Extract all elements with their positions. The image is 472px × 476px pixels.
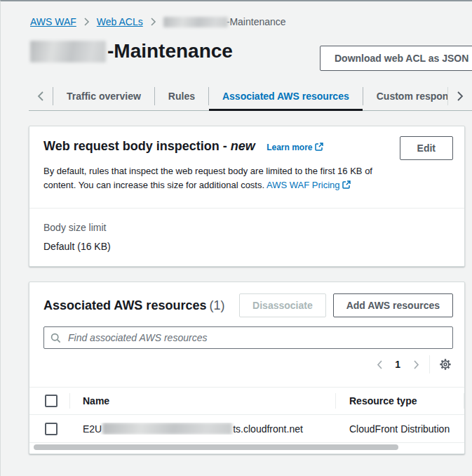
new-badge: new [231,139,255,153]
column-header-name[interactable]: Name [70,395,335,406]
body-size-limit-label: Body size limit [43,221,450,234]
tab-associated-aws-resources[interactable]: Associated AWS resources [209,81,363,111]
resource-type-cell: CloudFront Distribution [336,423,464,435]
resource-name-prefix: E2U [83,423,102,435]
resource-search [43,326,453,349]
select-all-checkbox[interactable] [45,395,58,407]
external-link-icon [315,143,323,151]
resource-name-suffix: ts.cloudfront.net [233,423,303,435]
associated-resources-title-text: Associated AWS resources [43,298,206,312]
search-icon [50,333,61,343]
breadcrumb-current: -Maintenance [163,15,286,28]
breadcrumb-aws-waf-link[interactable]: AWS WAF [30,15,76,28]
redacted-acl-name [163,17,228,27]
chevron-right-icon [150,18,156,26]
row-select-cell [29,423,69,435]
web-request-body-inspection-card: Web request body inspection - new Learn … [29,126,465,267]
body-inspection-description: By default, rules that inspect the web r… [43,164,398,192]
column-header-resource-type[interactable]: Resource type [336,395,464,406]
pagination-prev-button[interactable] [371,356,388,373]
body-size-limit-field: Body size limit Default (16 KB) [29,209,464,253]
tab-traffic-overview[interactable]: Traffic overview [53,81,154,111]
associated-resources-title: Associated AWS resources(1) [43,293,239,314]
body-size-limit-value: Default (16 KB) [43,240,450,253]
download-web-acl-json-button[interactable]: Download web ACL as JSON [320,46,472,71]
resource-actions: Disassociate Add AWS resources [239,293,453,317]
column-divider [464,393,464,409]
page-title-label: -Maintenance [107,39,233,63]
associated-resources-header: Associated AWS resources(1) Disassociate… [29,282,464,317]
resource-name-cell: E2Uts.cloudfront.net [70,423,335,435]
tab-rules[interactable]: Rules [155,81,208,111]
page-title: -Maintenance [30,39,233,63]
tab-custom-response[interactable]: Custom response [363,81,447,111]
waf-web-acl-page: AWS WAF Web ACLs -Maintenance -Maintenan… [0,0,472,476]
tab-bar: Traffic overview Rules Associated AWS re… [29,81,472,111]
redacted-acl-name [30,41,106,62]
redacted-resource-name [102,423,232,435]
pagination-divider [429,355,430,373]
tabs-scroll-left-button[interactable] [29,81,53,111]
pagination: 1 [29,355,454,374]
associated-resources-card: Associated AWS resources(1) Disassociate… [29,282,465,454]
breadcrumb-web-acls-link[interactable]: Web ACLs [97,15,143,28]
breadcrumb-current-label: -Maintenance [227,15,286,28]
pagination-next-button[interactable] [407,356,424,373]
add-aws-resources-button[interactable]: Add AWS resources [333,293,453,317]
tabs-scroll-right-button[interactable] [448,81,472,111]
edit-button[interactable]: Edit [400,136,453,160]
select-all-cell [29,395,69,407]
table-header-row: Name Resource type [29,387,464,415]
body-inspection-header: Web request body inspection - new Learn … [29,126,464,154]
settings-gear-icon[interactable] [436,355,454,373]
chevron-right-icon [83,18,90,26]
learn-more-link[interactable]: Learn more [267,143,323,152]
pagination-page-1[interactable]: 1 [395,359,400,370]
body-inspection-title: Web request body inspection - new [43,139,255,153]
disassociate-button[interactable]: Disassociate [239,293,326,317]
external-link-icon [342,180,351,189]
resources-table: Name Resource type E2Uts.cloudfront.net … [29,387,464,443]
learn-more-label: Learn more [267,143,312,152]
aws-waf-pricing-link[interactable]: AWS WAF Pricing [267,180,351,190]
breadcrumb: AWS WAF Web ACLs -Maintenance [30,15,472,28]
resource-count: (1) [209,298,224,312]
row-checkbox[interactable] [45,423,58,435]
search-input[interactable] [67,331,450,344]
body-inspection-title-text: Web request body inspection - [43,139,227,153]
table-row: E2Uts.cloudfront.net CloudFront Distribu… [29,415,464,443]
horizontal-scrollbar[interactable] [34,444,398,450]
pricing-link-label: AWS WAF Pricing [267,180,340,190]
